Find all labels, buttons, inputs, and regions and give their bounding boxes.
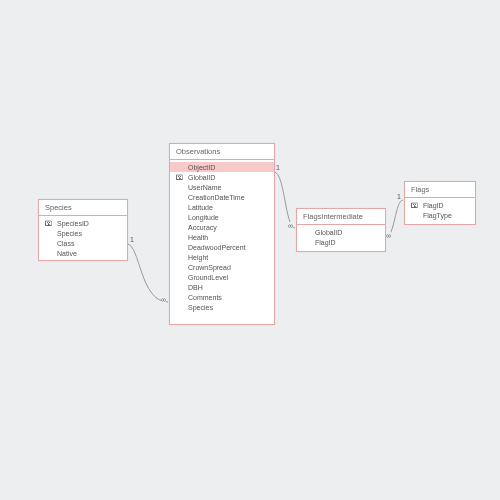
field-name: FlagID: [315, 239, 336, 246]
entity-flags[interactable]: Flags⚿FlagIDFlagType: [404, 181, 476, 225]
cardinality-label: 1: [276, 164, 280, 171]
cardinality-label: ∞: [386, 232, 391, 239]
field-name: Class: [57, 240, 75, 247]
field-row[interactable]: DBH: [170, 282, 274, 292]
field-row[interactable]: FlagType: [405, 210, 475, 220]
field-name: Health: [188, 234, 208, 241]
field-row[interactable]: FlagID: [297, 237, 385, 247]
field-row[interactable]: Class: [39, 238, 127, 248]
field-row[interactable]: UserName: [170, 182, 274, 192]
field-row[interactable]: DeadwoodPercent: [170, 242, 274, 252]
field-name: ObjectID: [188, 164, 215, 171]
field-name: UserName: [188, 184, 221, 191]
entity-title[interactable]: Species: [39, 200, 127, 216]
cardinality-label: 1: [130, 236, 134, 243]
field-name: DBH: [188, 284, 203, 291]
field-name: Longitude: [188, 214, 219, 221]
field-name: GroundLevel: [188, 274, 228, 281]
field-row[interactable]: CrownSpread: [170, 262, 274, 272]
field-name: CrownSpread: [188, 264, 231, 271]
field-row[interactable]: ⚿GlobalID: [170, 172, 274, 182]
field-row[interactable]: Health: [170, 232, 274, 242]
field-name: Accuracy: [188, 224, 217, 231]
field-row[interactable]: Height: [170, 252, 274, 262]
field-name: FlagID: [423, 202, 444, 209]
field-row[interactable]: GlobalID: [297, 227, 385, 237]
field-row[interactable]: ObjectID: [170, 162, 274, 172]
field-name: Species: [188, 304, 213, 311]
relationship-line[interactable]: [274, 172, 295, 228]
er-diagram-canvas[interactable]: Species⚿SpeciesIDSpeciesClassNativeObser…: [0, 0, 500, 500]
field-row[interactable]: Comments: [170, 292, 274, 302]
field-row[interactable]: Species: [170, 302, 274, 312]
cardinality-label: ∞: [161, 296, 166, 303]
field-name: DeadwoodPercent: [188, 244, 246, 251]
entity-title[interactable]: Observations: [170, 144, 274, 160]
field-name: GlobalID: [188, 174, 215, 181]
field-name: CreationDateTime: [188, 194, 245, 201]
field-name: Comments: [188, 294, 222, 301]
field-row[interactable]: ⚿FlagID: [405, 200, 475, 210]
primary-key-icon: ⚿: [409, 202, 419, 209]
entity-flagsint[interactable]: FlagsIntermediateGlobalIDFlagID: [296, 208, 386, 252]
field-list: ⚿FlagIDFlagType: [405, 198, 475, 222]
field-list: ⚿SpeciesIDSpeciesClassNative: [39, 216, 127, 260]
field-row[interactable]: ⚿SpeciesID: [39, 218, 127, 228]
field-name: Height: [188, 254, 208, 261]
cardinality-label: 1: [397, 193, 401, 200]
primary-key-icon: ⚿: [43, 220, 53, 227]
field-row[interactable]: Native: [39, 248, 127, 258]
entity-observations[interactable]: ObservationsObjectID⚿GlobalIDUserNameCre…: [169, 143, 275, 325]
field-row[interactable]: GroundLevel: [170, 272, 274, 282]
field-row[interactable]: Longitude: [170, 212, 274, 222]
field-name: SpeciesID: [57, 220, 89, 227]
relationship-line[interactable]: [127, 244, 168, 302]
field-name: Native: [57, 250, 77, 257]
entity-title[interactable]: FlagsIntermediate: [297, 209, 385, 225]
primary-key-icon: ⚿: [174, 174, 184, 181]
field-row[interactable]: Accuracy: [170, 222, 274, 232]
field-list: GlobalIDFlagID: [297, 225, 385, 249]
cardinality-label: ∞: [288, 222, 293, 229]
field-row[interactable]: Species: [39, 228, 127, 238]
field-list: ObjectID⚿GlobalIDUserNameCreationDateTim…: [170, 160, 274, 314]
field-name: Species: [57, 230, 82, 237]
field-name: FlagType: [423, 212, 452, 219]
field-name: Latitude: [188, 204, 213, 211]
entity-species[interactable]: Species⚿SpeciesIDSpeciesClassNative: [38, 199, 128, 261]
field-name: GlobalID: [315, 229, 342, 236]
field-row[interactable]: CreationDateTime: [170, 192, 274, 202]
field-row[interactable]: Latitude: [170, 202, 274, 212]
entity-title[interactable]: Flags: [405, 182, 475, 198]
